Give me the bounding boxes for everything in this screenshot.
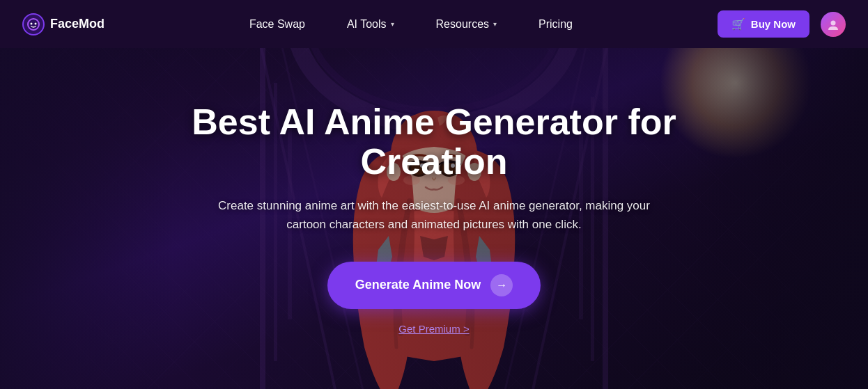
user-avatar-button[interactable] bbox=[821, 12, 846, 37]
nav-link-pricing[interactable]: Pricing bbox=[518, 18, 594, 31]
hero-title: Best AI Anime Generator for Creation bbox=[148, 102, 720, 182]
chevron-down-icon: ▾ bbox=[391, 20, 394, 28]
hero-section: Best AI Anime Generator for Creation Cre… bbox=[0, 48, 868, 389]
buy-now-button[interactable]: 🛒 Buy Now bbox=[718, 10, 809, 38]
cart-icon: 🛒 bbox=[731, 17, 745, 31]
generate-anime-button[interactable]: Generate Anime Now → bbox=[327, 262, 541, 309]
nav-link-aitools[interactable]: AI Tools ▾ bbox=[326, 18, 415, 31]
get-premium-link[interactable]: Get Premium > bbox=[398, 323, 469, 335]
nav-link-resources[interactable]: Resources ▾ bbox=[415, 18, 518, 31]
hero-content: Best AI Anime Generator for Creation Cre… bbox=[0, 48, 868, 389]
svg-point-2 bbox=[35, 22, 37, 24]
svg-point-3 bbox=[831, 20, 836, 25]
svg-point-0 bbox=[28, 19, 39, 30]
logo-text: FaceMod bbox=[50, 17, 104, 31]
navbar: FaceMod Face Swap AI Tools ▾ Resources ▾… bbox=[0, 0, 868, 48]
nav-right: 🛒 Buy Now bbox=[718, 10, 846, 38]
nav-links: Face Swap AI Tools ▾ Resources ▾ Pricing bbox=[228, 18, 594, 31]
arrow-icon: → bbox=[490, 274, 513, 296]
chevron-down-icon: ▾ bbox=[493, 20, 497, 28]
nav-link-faceswap[interactable]: Face Swap bbox=[228, 18, 326, 31]
svg-point-1 bbox=[31, 22, 33, 24]
hero-subtitle: Create stunning anime art with the easie… bbox=[211, 196, 657, 234]
logo[interactable]: FaceMod bbox=[22, 13, 104, 35]
logo-icon bbox=[22, 13, 45, 35]
